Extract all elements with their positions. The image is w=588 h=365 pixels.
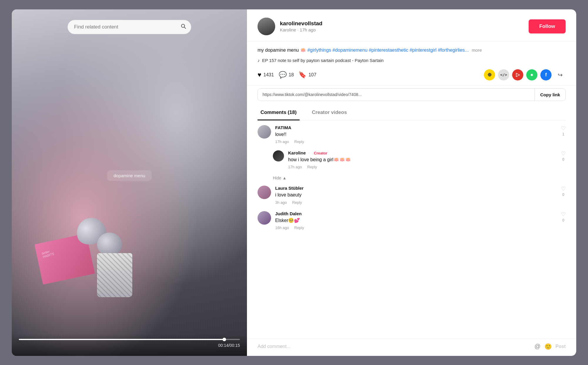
music-line: ♪ EP 157 note to self by payton sartain … xyxy=(247,56,576,67)
comment-username-judith: Judith Dalen xyxy=(275,211,302,216)
video-time: 00:14/00:15 xyxy=(19,343,240,348)
avatar xyxy=(258,18,275,35)
video-controls: 00:14/00:15 xyxy=(12,334,247,356)
hashtags[interactable]: #girlythings #dopaminemenu #pinterestaes… xyxy=(307,48,469,53)
tabs-row: Comments (18) Creator videos xyxy=(258,105,566,120)
comment-meta-judith: 16h ago Reply xyxy=(275,226,557,230)
heart-icon-judith: ♡ xyxy=(561,211,566,218)
progress-dot xyxy=(223,338,226,341)
comment-body-laura: Laura Stübler i love baeuty 3h ago Reply xyxy=(275,186,557,204)
comment-like-karoline[interactable]: ♡ 0 xyxy=(561,150,566,169)
comment-username-laura: Laura Stübler xyxy=(275,186,304,191)
comment-like-laura[interactable]: ♡ 0 xyxy=(561,186,566,204)
heart-icon: ♥ xyxy=(258,71,261,79)
comment-item: FATIMA love!! 17h ago Reply ♡ 1 xyxy=(258,125,566,144)
cup-pattern xyxy=(97,253,132,297)
book-text: betterHABITS xyxy=(41,248,54,259)
comment-meta-laura: 3h ago Reply xyxy=(275,200,557,205)
share-whatsapp-button[interactable]: ● xyxy=(526,69,537,80)
music-text: EP 157 note to self by payton sartain po… xyxy=(262,58,384,63)
comment-avatar-laura xyxy=(258,186,271,199)
comment-item-laura: Laura Stübler i love baeuty 3h ago Reply… xyxy=(258,186,566,204)
progress-fill xyxy=(19,339,224,340)
comment-body-karoline: Karoline · Creator how i love being a gi… xyxy=(288,150,557,169)
comment-meta-fatima: 17h ago Reply xyxy=(275,139,557,144)
comment-meta-karoline: 17h ago Reply xyxy=(288,165,557,169)
comment-time-fatima: 17h ago xyxy=(275,139,289,144)
comment-reply-judith[interactable]: Reply xyxy=(294,226,304,230)
hide-replies-button[interactable]: Hide ▲ xyxy=(273,176,287,180)
right-panel: karolinevollstad Karoline · 17h ago Foll… xyxy=(247,9,576,356)
follow-button[interactable]: Follow xyxy=(529,19,566,33)
comment-text-judith: Elsker🥺💕 xyxy=(275,217,557,224)
video-background: betterHABITS dopamine menu xyxy=(12,9,247,356)
search-input[interactable] xyxy=(68,20,191,34)
comment-reply-karoline[interactable]: Reply xyxy=(307,165,317,169)
post-comment-button[interactable]: Post xyxy=(555,344,566,349)
reply-indent-karoline: Karoline · Creator how i love being a gi… xyxy=(273,150,566,169)
share-red-button[interactable]: ▷ xyxy=(512,69,523,80)
comment-like-fatima[interactable]: ♡ 1 xyxy=(561,125,566,144)
search-button[interactable] xyxy=(181,23,186,31)
like-count-karoline: 0 xyxy=(562,157,564,162)
share-facebook-button[interactable]: f xyxy=(540,69,552,80)
post-header: karolinevollstad Karoline · 17h ago Foll… xyxy=(247,9,576,41)
tab-comments[interactable]: Comments (18) xyxy=(258,105,300,120)
comment-avatar-fatima xyxy=(258,125,271,139)
fabric-overlay xyxy=(12,9,247,356)
like-count-fatima: 1 xyxy=(562,132,564,136)
share-forward-button[interactable]: ↪ xyxy=(554,69,566,80)
comment-username-karoline: Karoline xyxy=(288,150,306,155)
bookmark-action[interactable]: 🔖 107 xyxy=(298,71,316,79)
creator-badge: Creator xyxy=(314,151,327,155)
cup-object xyxy=(97,253,132,297)
heart-icon-laura: ♡ xyxy=(561,186,566,192)
search-bar-container xyxy=(68,20,191,34)
comment-body-judith: Judith Dalen Elsker🥺💕 16h ago Reply xyxy=(275,211,557,230)
like-count-judith: 0 xyxy=(562,218,564,222)
heart-icon-fatima: ♡ xyxy=(561,125,566,132)
comment-avatar-karoline xyxy=(273,150,284,162)
likes-count: 1431 xyxy=(263,72,274,78)
share-yellow-button[interactable]: ⊕ xyxy=(484,69,495,80)
caption-text: my dopamine menu 🪷 #girlythings #dopamin… xyxy=(258,48,482,53)
like-action[interactable]: ♥ 1431 xyxy=(258,71,274,79)
comment-like-judith[interactable]: ♡ 0 xyxy=(561,211,566,230)
comment-input-row: @ 🙂 Post xyxy=(247,339,576,356)
comment-reply-fatima[interactable]: Reply xyxy=(294,139,304,144)
comments-section: FATIMA love!! 17h ago Reply ♡ 1 xyxy=(247,120,576,339)
comment-body-fatima: FATIMA love!! 17h ago Reply xyxy=(275,125,557,144)
at-mention-button[interactable]: @ xyxy=(534,343,540,350)
comment-username-fatima: FATIMA xyxy=(275,125,291,130)
post-sub: Karoline · 17h ago xyxy=(280,27,524,32)
comment-action[interactable]: 💬 18 xyxy=(279,71,294,79)
comment-input[interactable] xyxy=(258,344,531,349)
share-code-button[interactable]: </> xyxy=(498,69,509,80)
comment-text-fatima: love!! xyxy=(275,131,557,138)
video-content[interactable]: betterHABITS dopamine menu 00:14/00:15 xyxy=(12,9,247,356)
more-button[interactable]: more xyxy=(472,48,482,53)
heart-icon-karoline: ♡ xyxy=(561,150,566,157)
comment-icon: 💬 xyxy=(279,71,287,79)
dot-sep: · xyxy=(308,150,309,155)
bookmark-icon: 🔖 xyxy=(298,71,306,79)
music-note-icon: ♪ xyxy=(258,58,260,63)
copy-link-button[interactable]: Copy link xyxy=(534,89,565,101)
main-container: betterHABITS dopamine menu 00:14/00:15 xyxy=(12,9,576,356)
comment-text-laura: i love baeuty xyxy=(275,192,557,198)
comment-item-karoline: Karoline · Creator how i love being a gi… xyxy=(273,150,566,169)
comment-reply-laura[interactable]: Reply xyxy=(292,200,302,205)
share-icons: ⊕ </> ▷ ● f ↪ xyxy=(484,69,566,80)
emoji-button[interactable]: 🙂 xyxy=(544,343,552,350)
comment-username-row: Karoline · Creator xyxy=(288,150,557,156)
post-caption: my dopamine menu 🪷 #girlythings #dopamin… xyxy=(247,41,576,56)
avatar-image xyxy=(258,18,275,35)
post-username: karolinevollstad xyxy=(280,20,524,27)
comment-action-icons: @ 🙂 xyxy=(534,343,552,350)
tab-creator-videos[interactable]: Creator videos xyxy=(309,105,350,120)
link-bar: https://www.tiktok.com/@karolinevollstad… xyxy=(258,88,566,101)
progress-bar[interactable] xyxy=(19,339,240,340)
link-url: https://www.tiktok.com/@karolinevollstad… xyxy=(258,89,534,100)
svg-line-1 xyxy=(184,27,186,28)
video-overlay-label: dopamine menu xyxy=(107,170,152,181)
